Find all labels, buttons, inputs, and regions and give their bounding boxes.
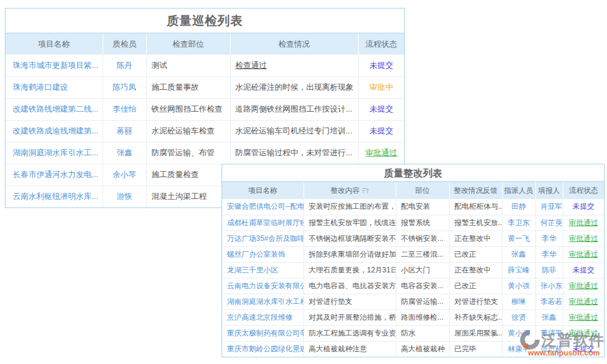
rectify-cell-status[interactable]: 未提交 <box>563 199 604 215</box>
inspection-cell-situation: 道路两侧铁丝网围挡工作按设计... <box>230 98 358 120</box>
inspection-cell-inspector[interactable]: 张鑫 <box>103 142 146 164</box>
inspection-cell-status[interactable]: 审批通过 <box>358 142 404 164</box>
rectify-cell-assignee[interactable]: 黄一飞 <box>502 231 535 246</box>
inspection-col-header-2: 检查部位 <box>146 33 230 55</box>
rectify-cell-feedback: 已改正 <box>449 246 502 262</box>
rectify-cell-project[interactable]: 重庆太极制药有限公司亳州中... <box>222 325 304 341</box>
rectify-table-row: 万达广场35#会所及咖啡厅空...不锈钢边框玻璃隔断安装不牢...不锈钢安装..… <box>222 231 604 246</box>
rectify-cell-content: 拆除到承重墙部分请做好加固... <box>304 246 396 262</box>
rectify-table-row: 京沪高速北京段维修对其及时开展整治措施，桥头...路面维修检...补齐缺失标志.… <box>222 309 604 325</box>
rectify-cell-content: 高大植被栽种注意 <box>304 341 396 357</box>
rectify-cell-part: 小区大门 <box>396 262 449 278</box>
rectify-cell-feedback: 补齐缺失标志... <box>449 309 502 325</box>
inspection-cell-status[interactable]: 未提交 <box>358 55 404 76</box>
rectify-cell-status[interactable]: 审批通过 <box>563 294 604 309</box>
inspection-cell-inspector[interactable]: 游恢 <box>103 186 146 207</box>
inspection-cell-project[interactable]: 长春市伊通河水力发电... <box>5 164 103 186</box>
rectify-cell-status[interactable]: 审批通过 <box>563 231 604 246</box>
rectify-table-body: 安徽合肥供电公司--配电设备...安装时应按施工图的布置，将...配电安装配电柜… <box>222 199 604 357</box>
rectify-col-header-1[interactable]: 整改内容 <box>304 182 396 199</box>
inspection-table-row: 珠海鹤港口建设陈巧凤施工质量事故水泥砼灌注的时候，出现离析现象审批中 <box>5 76 404 98</box>
rectify-col-header-0: 项目名称 <box>222 182 304 199</box>
inspection-cell-part: 混凝土沟渠工程 <box>146 186 230 207</box>
rectify-cell-part: 不锈钢安装... <box>396 231 449 246</box>
rectify-cell-content: 安装时应按施工图的布置，将... <box>304 199 396 215</box>
inspection-cell-inspector[interactable]: 李佳怡 <box>103 98 146 120</box>
rectify-cell-part: 二至三楼混... <box>396 246 449 262</box>
inspection-cell-project[interactable]: 云南水利枢纽潜明水库... <box>5 186 103 207</box>
rectify-cell-status[interactable]: 审批通过 <box>563 215 604 231</box>
rectify-cell-content: 对其及时开展整治措施，桥头... <box>304 309 396 325</box>
inspection-cell-inspector[interactable]: 余小琴 <box>103 164 146 186</box>
rectify-cell-part: 高大植被栽种 <box>396 341 449 357</box>
rectify-cell-filler[interactable]: 张鑫 <box>535 309 563 325</box>
rectify-cell-filler[interactable]: 肖亚军 <box>535 199 563 215</box>
rectify-cell-project[interactable]: 京沪高速北京段维修 <box>222 309 304 325</box>
rectify-cell-assignee[interactable]: 李卫东 <box>502 215 535 231</box>
inspection-col-header-3: 检查情况 <box>230 33 358 55</box>
inspection-table-row: 湖南洞庭湖水库引水工...张鑫防腐管运输、布管防腐管运输过程中，未对管进行...… <box>5 142 404 164</box>
inspection-cell-status[interactable]: 审批中 <box>358 76 404 98</box>
rectify-cell-assignee[interactable]: 徐贤 <box>502 309 535 325</box>
rectify-cell-feedback: 已完毕 <box>449 341 502 357</box>
inspection-cell-situation: 水泥砼灌注的时候，出现离析现象 <box>230 76 358 98</box>
rectify-cell-filler[interactable]: 李华 <box>535 246 563 262</box>
inspection-table-head: 项目名称质检员检查部位检查情况流程状态 <box>5 33 404 55</box>
rectify-cell-filler[interactable]: 张小东 <box>535 278 563 294</box>
rectify-cell-project[interactable]: 龙湖三千里小区 <box>222 262 304 278</box>
rectify-cell-assignee[interactable]: 林康平 <box>502 341 535 357</box>
rectify-cell-filler[interactable]: 陈菲 <box>535 262 563 278</box>
rectify-cell-filler[interactable]: 董清平 <box>535 325 563 341</box>
inspection-col-header-4: 流程状态 <box>358 33 404 55</box>
rectify-cell-status[interactable]: 审批通过 <box>563 309 604 325</box>
rectify-cell-feedback: 屋面采用聚氯... <box>449 325 502 341</box>
rectify-cell-filler[interactable]: 李若若 <box>535 294 563 309</box>
rectify-cell-assignee[interactable]: 田静 <box>502 199 535 215</box>
rectify-cell-content: 对管进行垫支 <box>304 294 396 309</box>
inspection-cell-project[interactable]: 湖南洞庭湖水库引水工... <box>5 142 103 164</box>
rectify-cell-assignee[interactable]: 柳琳 <box>502 294 535 309</box>
rectify-cell-filler[interactable]: 范思超 <box>535 341 563 357</box>
inspection-cell-part: 施工质量事故 <box>146 76 230 98</box>
rectify-cell-assignee[interactable]: 黄小强 <box>502 325 535 341</box>
inspection-cell-inspector[interactable]: 陈巧凤 <box>103 76 146 98</box>
rectify-cell-project[interactable]: 安徽合肥供电公司--配电设备... <box>222 199 304 215</box>
inspection-cell-inspector[interactable]: 陈丹 <box>103 55 146 76</box>
inspection-cell-project[interactable]: 珠海市城市更新项目紫... <box>5 55 103 76</box>
inspection-cell-project[interactable]: 改建铁路线增建第二线... <box>5 98 103 120</box>
rectify-cell-filler[interactable]: 何芷萸 <box>535 215 563 231</box>
inspection-cell-situation: 检查通过 <box>230 55 358 76</box>
rectify-cell-content: 电力电容器、电抗器安装方案... <box>304 278 396 294</box>
rectify-cell-project[interactable]: 成都杜甫草堂临时展厅独立展... <box>222 215 304 231</box>
inspection-table-row: 珠海市城市更新项目紫...陈丹测试检查通过未提交 <box>5 55 404 76</box>
rectify-cell-status[interactable]: 未提交 <box>563 341 604 357</box>
rectify-cell-project[interactable]: 重庆市鹅岭公园绿化景观提升... <box>222 341 304 357</box>
inspection-cell-status[interactable]: 未提交 <box>358 98 404 120</box>
rectify-cell-assignee[interactable]: 黄小强 <box>502 278 535 294</box>
inspection-col-header-1: 质检员 <box>103 33 146 55</box>
rectify-cell-part: 报警系统 <box>396 215 449 231</box>
rectify-cell-content: 防水工程施工选调有专业资质... <box>304 325 396 341</box>
rectify-cell-filler[interactable]: 李华 <box>535 231 563 246</box>
rectify-cell-status[interactable]: 审批通过 <box>563 246 604 262</box>
inspection-cell-project[interactable]: 珠海鹤港口建设 <box>5 76 103 98</box>
rectify-cell-assignee[interactable]: 张鑫 <box>502 246 535 262</box>
rectify-cell-part: 防腐管运输... <box>396 294 449 309</box>
rectify-col-header-3: 整改情况反馈 <box>449 182 502 199</box>
inspection-cell-inspector[interactable]: 蒋丽 <box>103 120 146 142</box>
rectify-cell-project[interactable]: 万达广场35#会所及咖啡厅空... <box>222 231 304 246</box>
rectify-cell-project[interactable]: 湖南洞庭湖水库引水工程施工标 <box>222 294 304 309</box>
rectify-cell-status[interactable]: 审批通过 <box>563 325 604 341</box>
sort-icon <box>362 187 369 194</box>
inspection-cell-status[interactable]: 未提交 <box>358 120 404 142</box>
rectify-cell-status[interactable]: 审批通过 <box>563 278 604 294</box>
rectify-cell-content: 不锈钢边框玻璃隔断安装不牢... <box>304 231 396 246</box>
rectify-table-row: 湖南洞庭湖水库引水工程施工标对管进行垫支防腐管运输...对管进行垫支柳琳李若若审… <box>222 294 604 309</box>
rectify-cell-assignee[interactable]: 薛宝峰 <box>502 262 535 278</box>
inspection-cell-situation: 水泥砼运输车司机经过专门培训... <box>230 120 358 142</box>
inspection-cell-project[interactable]: 改建铁路成渝线增建第... <box>5 120 103 142</box>
rectify-cell-status[interactable]: 未提交 <box>563 262 604 278</box>
rectify-table-row: 重庆市鹅岭公园绿化景观提升...高大植被栽种注意高大植被栽种已完毕林康平范思超未… <box>222 341 604 357</box>
rectify-cell-project[interactable]: 云南电力设备安装有限公司20... <box>222 278 304 294</box>
rectify-cell-project[interactable]: 螺丝厂办公室装饰 <box>222 246 304 262</box>
